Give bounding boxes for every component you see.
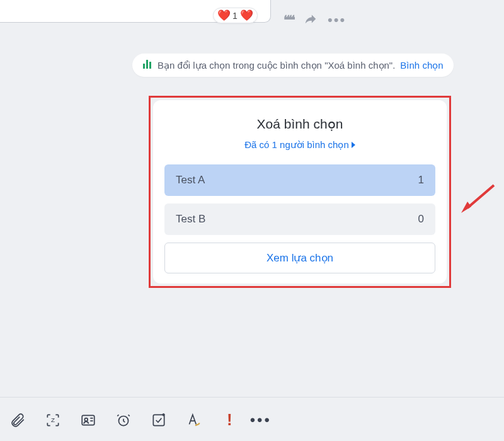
svg-rect-11 — [153, 415, 164, 425]
attachment-icon[interactable] — [9, 411, 26, 429]
task-icon[interactable] — [150, 411, 168, 429]
poll-card: Xoá bình chọn Đã có 1 người bình chọn Te… — [153, 100, 447, 284]
svg-marker-4 — [461, 202, 471, 213]
system-message-text: Bạn đổi lựa chọn trong cuộc bình chọn "X… — [158, 60, 395, 71]
poll-option-a[interactable]: Test A 1 — [164, 164, 435, 196]
poll-title: Xoá bình chọn — [164, 117, 435, 132]
svg-rect-2 — [149, 62, 151, 69]
poll-option-count: 1 — [418, 174, 424, 186]
poll-option-b[interactable]: Test B 0 — [164, 203, 435, 235]
contact-card-icon[interactable] — [79, 411, 97, 429]
more-icon[interactable]: ••• — [328, 13, 346, 27]
svg-text:Z: Z — [51, 416, 55, 423]
reaction-heart-count[interactable]: ❤️ 1 — [217, 10, 238, 21]
view-choices-button[interactable]: Xem lựa chọn — [164, 243, 435, 273]
svg-line-3 — [467, 185, 494, 208]
svg-rect-0 — [143, 64, 145, 69]
annotation-arrow — [459, 183, 496, 218]
poll-icon — [142, 59, 152, 71]
share-icon[interactable] — [304, 12, 318, 28]
poll-highlight-box: Xoá bình chọn Đã có 1 người bình chọn Te… — [149, 96, 451, 288]
poll-option-count: 0 — [418, 213, 424, 226]
alarm-icon[interactable] — [115, 411, 132, 429]
toolbar-more-icon[interactable]: ••• — [250, 411, 272, 429]
poll-option-label: Test B — [176, 213, 205, 226]
svg-point-7 — [84, 418, 88, 421]
poll-voter-count[interactable]: Đã có 1 người bình chọn — [164, 139, 435, 151]
caret-right-icon — [352, 142, 355, 148]
message-reactions[interactable]: ❤️ 1 ❤️ — [213, 8, 258, 23]
screenshot-icon[interactable]: Z — [44, 411, 62, 429]
quote-icon[interactable]: ❝❝ — [284, 13, 294, 28]
format-text-icon[interactable] — [185, 411, 203, 429]
poll-option-label: Test A — [176, 174, 205, 186]
composer-toolbar: Z ! ••• — [0, 397, 504, 430]
reaction-count: 1 — [232, 11, 238, 21]
heart-icon[interactable]: ❤️ — [240, 10, 253, 21]
svg-rect-1 — [146, 60, 148, 69]
heart-icon: ❤️ — [217, 10, 231, 21]
priority-icon[interactable]: ! — [227, 410, 232, 430]
message-actions: ❝❝ ••• — [284, 12, 346, 28]
system-message: Bạn đổi lựa chọn trong cuộc bình chọn "X… — [132, 54, 454, 77]
system-message-link[interactable]: Bình chọn — [400, 60, 443, 71]
